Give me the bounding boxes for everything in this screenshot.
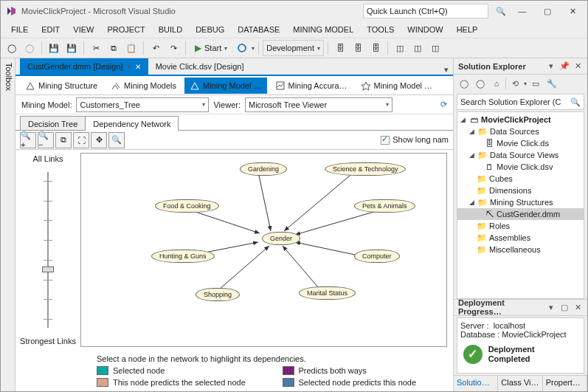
menu-tools[interactable]: TOOLS: [361, 24, 400, 35]
chevron-down-icon[interactable]: ▾: [252, 45, 255, 52]
tab-solution[interactable]: Solutio…: [454, 376, 498, 391]
cube-icon-3[interactable]: ◫: [427, 40, 443, 56]
cube-icon-2[interactable]: ◫: [409, 40, 426, 56]
solution-tree[interactable]: ◢🗃MovieClickProject ◢📁Data Sources 🗄Movi…: [457, 111, 584, 299]
menu-build[interactable]: BUILD: [153, 24, 188, 35]
close-panel-icon[interactable]: ✕: [573, 61, 583, 71]
copy-button[interactable]: ⧉: [106, 40, 122, 56]
node-shopping[interactable]: Shopping: [196, 288, 240, 301]
menu-file[interactable]: FILE: [5, 24, 34, 35]
node-science[interactable]: Science & Technology: [325, 162, 406, 176]
minimize-button[interactable]: —: [512, 4, 533, 18]
se-props-icon[interactable]: 🔧: [544, 76, 559, 91]
deploy-status-text: Deployment Completed: [488, 345, 578, 364]
quick-launch-input[interactable]: Quick Launch (Ctrl+Q): [363, 4, 488, 18]
undo-button[interactable]: ↶: [148, 40, 164, 56]
tab-mining-prediction[interactable]: Mining Model …: [356, 78, 437, 94]
deploy-close-icon[interactable]: ✕: [573, 303, 583, 312]
close-tab-icon[interactable]: ✕: [135, 63, 141, 71]
browser-dropdown[interactable]: [234, 40, 250, 56]
zoom-in-button[interactable]: 🔍+: [20, 132, 36, 148]
db-icon-3[interactable]: 🗄: [367, 40, 384, 56]
node-computer[interactable]: Computer: [354, 250, 400, 263]
find-button[interactable]: 🔍: [108, 132, 125, 148]
cut-button[interactable]: ✂: [88, 40, 104, 56]
legend-hint: Select a node in the network to highligh…: [97, 354, 438, 363]
mining-model-label: Mining Model:: [21, 100, 72, 109]
link-strength-slider[interactable]: [39, 168, 57, 332]
menu-mining-model[interactable]: MINING MODEL: [287, 24, 359, 35]
nav-fwd-button[interactable]: ◯: [21, 40, 38, 56]
fit-button[interactable]: ⛶: [73, 132, 89, 148]
folder-icon: 📁: [477, 150, 488, 160]
node-marital[interactable]: Marital Status: [299, 286, 356, 300]
node-gardening[interactable]: Gardening: [240, 162, 287, 176]
start-button[interactable]: ▶Start▾: [190, 40, 232, 56]
node-food[interactable]: Food & Cooking: [155, 199, 219, 213]
folder-icon: 📁: [477, 197, 488, 207]
menu-help[interactable]: HELP: [451, 24, 484, 35]
project-icon: 🗃: [468, 114, 479, 125]
doc-tab-custgender[interactable]: CustGender.dmm [Design]▾✕: [20, 58, 148, 75]
save-button[interactable]: 💾: [46, 40, 62, 56]
show-long-names-checkbox[interactable]: Show long nam: [381, 135, 449, 145]
menu-window[interactable]: WINDOW: [401, 24, 449, 35]
tab-mining-accuracy[interactable]: Mining Accura…: [270, 78, 353, 94]
dsv-icon: 🗒: [484, 162, 494, 172]
subtab-dependency-network[interactable]: Dependency Network: [85, 116, 179, 131]
maximize-button[interactable]: ▢: [537, 4, 558, 18]
config-dropdown[interactable]: Development▾: [263, 40, 324, 56]
dependency-canvas[interactable]: Gardening Science & Technology Food & Co…: [80, 153, 447, 347]
folder-icon: 📁: [477, 173, 487, 184]
edges: [81, 154, 446, 346]
node-hunting[interactable]: Hunting & Guns: [151, 250, 215, 263]
deploy-menu-icon[interactable]: ▾: [546, 303, 556, 312]
swatch-both: [283, 366, 294, 375]
subtab-decision-tree[interactable]: Decision Tree: [20, 116, 86, 131]
pin-icon[interactable]: 📌: [559, 61, 570, 71]
deploy-pin-icon[interactable]: ▢: [559, 303, 570, 312]
se-home-icon[interactable]: ⌂: [489, 76, 504, 91]
menu-debug[interactable]: DEBUG: [190, 24, 230, 35]
copy-graph-button[interactable]: ⧉: [55, 132, 72, 148]
node-pets[interactable]: Pets & Animals: [354, 199, 415, 213]
solution-search-input[interactable]: Search Solution Explorer (C🔍: [457, 94, 584, 110]
db-icon-2[interactable]: 🗄: [350, 40, 366, 56]
zoom-out-button[interactable]: 🔍−: [38, 132, 54, 148]
doc-tabs-dropdown[interactable]: ▾: [440, 65, 453, 75]
nav-back-button[interactable]: ◯: [4, 40, 20, 56]
se-fwd-icon[interactable]: ◯: [473, 76, 488, 91]
menu-project[interactable]: PROJECT: [101, 24, 151, 35]
tree-item-custgender[interactable]: ⛏CustGender.dmm: [457, 208, 584, 220]
node-gender[interactable]: Gender: [262, 232, 300, 245]
tab-class-view[interactable]: Class Vi…: [498, 376, 542, 391]
tab-mining-structure[interactable]: Mining Structure: [20, 78, 103, 94]
viewer-select[interactable]: Microsoft Tree Viewer▾: [245, 97, 392, 112]
se-back-icon[interactable]: ◯: [457, 76, 471, 91]
menu-database[interactable]: DATABASE: [232, 24, 286, 35]
search-icon[interactable]: 🔍: [494, 4, 508, 18]
doc-tab-movieclick[interactable]: Movie Click.dsv [Design]: [148, 58, 252, 75]
mining-model-select[interactable]: Customers_Tree▾: [76, 97, 209, 112]
tab-mining-viewer[interactable]: Mining Model …: [184, 78, 266, 94]
datasource-icon: 🗄: [484, 138, 494, 148]
pan-button[interactable]: ✥: [91, 132, 107, 148]
svg-line-3: [284, 172, 354, 231]
refresh-icon[interactable]: ⟳: [440, 100, 447, 109]
menu-view[interactable]: VIEW: [67, 24, 100, 35]
swatch-selected-predicts: [283, 378, 294, 387]
redo-button[interactable]: ↷: [165, 40, 181, 56]
paste-button[interactable]: 📋: [123, 40, 139, 56]
tab-properties[interactable]: Propert…: [543, 376, 587, 391]
panel-menu-icon[interactable]: ▾: [546, 61, 556, 71]
vs-logo-icon: [5, 5, 17, 17]
db-icon-1[interactable]: 🗄: [332, 40, 348, 56]
menu-edit[interactable]: EDIT: [35, 24, 66, 35]
save-all-button[interactable]: 💾: [63, 40, 80, 56]
se-collapse-icon[interactable]: ▭: [528, 76, 543, 91]
toolbox-panel[interactable]: Toolbox: [1, 58, 15, 391]
se-sync-icon[interactable]: ⟲: [508, 76, 522, 91]
close-button[interactable]: ✕: [562, 4, 583, 18]
cube-icon-1[interactable]: ◫: [392, 40, 408, 56]
tab-mining-models[interactable]: Mining Models: [106, 78, 181, 94]
